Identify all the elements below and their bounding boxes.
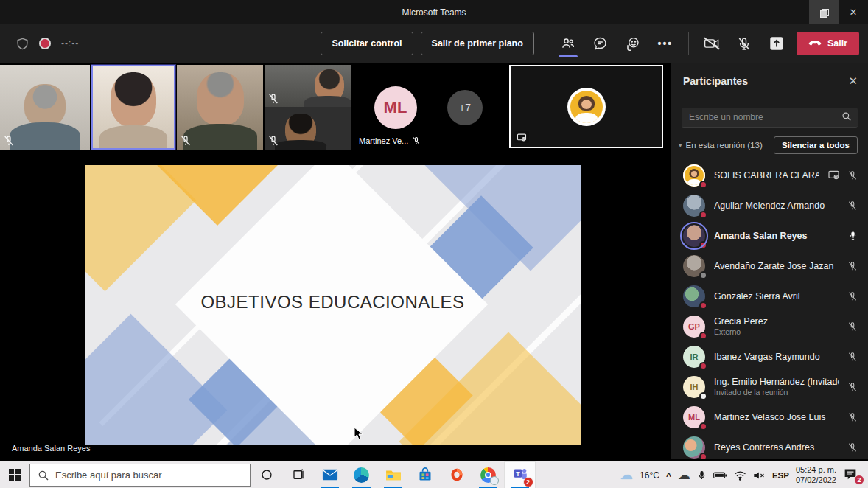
participant-row[interactable]: GP Grecia Perez Externo [671,311,868,341]
mouse-cursor [354,427,364,440]
participant-row[interactable]: SOLIS CABRERA CLARA SILV... [671,160,868,190]
mic-off-icon[interactable] [847,412,858,422]
participant-row[interactable]: Avendaño Zarate Jose Jazan [671,251,868,281]
presence-badge [699,271,707,279]
presenting-icon [827,170,840,180]
avatar [683,436,705,459]
participant-search-input[interactable] [682,108,858,128]
mic-off-icon [3,135,15,147]
participant-row[interactable]: IR Ibanez Vargas Raymundo [671,341,868,372]
participant-avatar-tile[interactable]: ML Martinez Ve... [353,65,438,150]
request-control-button[interactable]: Solicitar control [321,32,413,55]
mic-off-icon[interactable] [847,442,858,453]
clock-overlay-icon [490,476,499,485]
office-app-button[interactable] [441,461,472,488]
tray-mic-icon[interactable] [697,470,707,481]
tray-expand-chevron[interactable]: ^ [666,471,671,481]
screen-share-preview[interactable] [509,65,663,148]
notification-badge: 2 [854,475,864,485]
more-options-button[interactable]: ••• [653,29,678,58]
mic-off-icon[interactable] [847,170,858,181]
share-button[interactable] [764,29,789,58]
edge-app-button[interactable] [346,461,377,488]
window-controls: — ✕ [780,0,868,24]
presence-badge [699,392,707,400]
minimize-button[interactable]: — [780,0,809,24]
weather-icon[interactable]: ☁ [620,467,633,483]
participant-video-split[interactable] [265,65,351,150]
temperature-label[interactable]: 16°C [640,470,659,481]
participant-video[interactable] [0,65,90,150]
mute-all-button[interactable]: Silenciar a todos [774,136,858,154]
mic-off-icon[interactable] [847,321,858,332]
task-view-button[interactable] [282,461,314,488]
shield-icon [16,37,29,51]
language-indicator[interactable]: ESP [772,471,789,480]
avatar [683,164,705,187]
presence-badge [699,211,707,219]
leave-label: Salir [827,38,847,49]
meeting-toolbar: --:-- Solicitar control Salir de primer … [0,24,868,63]
onedrive-icon[interactable]: ☁ [678,467,690,483]
participants-panel: Participantes ✕ ▾En esta reunión (13) Si… [671,63,868,459]
participant-row[interactable]: Amanda Salan Reyes [671,220,868,251]
mic-off-icon[interactable] [847,352,858,362]
participant-video[interactable] [177,65,263,150]
mic-off-icon[interactable] [847,382,858,392]
reactions-button[interactable] [620,29,645,58]
close-panel-icon[interactable]: ✕ [848,74,858,88]
participant-row[interactable]: Reyes Contreras Andres [671,432,868,459]
leave-button[interactable]: Salir [797,32,859,55]
start-button[interactable] [0,461,29,488]
teams-badge: 2 [523,477,533,487]
chrome-app-button[interactable] [472,461,504,488]
taskbar-search-input[interactable] [30,470,250,481]
participants-button[interactable] [556,29,581,58]
restore-icon [820,9,827,16]
cortana-button[interactable] [251,461,282,488]
window-title: Microsoft Teams [0,7,868,18]
mic-on-icon[interactable] [848,230,858,241]
presence-badge [699,362,707,370]
panel-header: Participantes ✕ [671,63,868,97]
tray-date: 07/02/2022 [796,475,836,486]
exit-spotlight-button[interactable]: Salir de primer plano [421,32,534,55]
participant-row[interactable]: ML Martinez Velasco Jose Luis [671,402,868,432]
chrome-icon [480,467,496,483]
wifi-icon[interactable] [734,470,746,481]
office-icon [449,467,464,482]
volume-muted-icon[interactable] [753,470,766,481]
system-tray: ☁ 16°C ^ ☁ ESP 05:24 p. m. 07/02/2022 2 [620,461,868,488]
participant-video-speaking[interactable] [91,65,175,150]
reactions-icon [625,36,641,52]
meeting-timer: --:-- [61,38,79,49]
file-explorer-button[interactable] [377,461,409,488]
camera-toggle-button[interactable] [699,29,724,58]
recording-indicator-icon [39,38,51,49]
overflow-tile[interactable]: +7 [439,65,491,150]
people-icon [560,36,576,51]
participant-row[interactable]: Gonzalez Sierra Avril [671,281,868,311]
more-options-label: ••• [658,38,673,49]
mic-toggle-button[interactable] [732,29,757,58]
camera-off-icon [703,36,721,51]
section-label[interactable]: ▾En esta reunión (13) [679,141,763,150]
restore-button[interactable] [809,0,839,24]
avatar [683,195,705,217]
presence-badge [699,422,707,431]
chat-button[interactable] [588,29,613,58]
taskbar-clock[interactable]: 05:24 p. m. 07/02/2022 [796,465,836,486]
mic-off-icon[interactable] [847,201,858,211]
store-app-button[interactable] [409,461,441,488]
mail-app-button[interactable] [314,461,346,488]
close-button[interactable]: ✕ [839,0,868,24]
mic-off-icon[interactable] [847,291,858,301]
windows-logo-icon [9,469,21,481]
participant-row[interactable]: IH Ing. Emilio Hernández (Invitado) Invi… [671,372,868,402]
participant-row[interactable]: Aguilar Melendez Armando [671,190,868,220]
battery-icon[interactable] [713,470,727,480]
action-center-button[interactable]: 2 [843,467,862,484]
taskbar-search[interactable] [29,464,251,487]
mic-off-icon[interactable] [847,261,858,271]
teams-app-button[interactable]: T 2 [504,461,536,488]
